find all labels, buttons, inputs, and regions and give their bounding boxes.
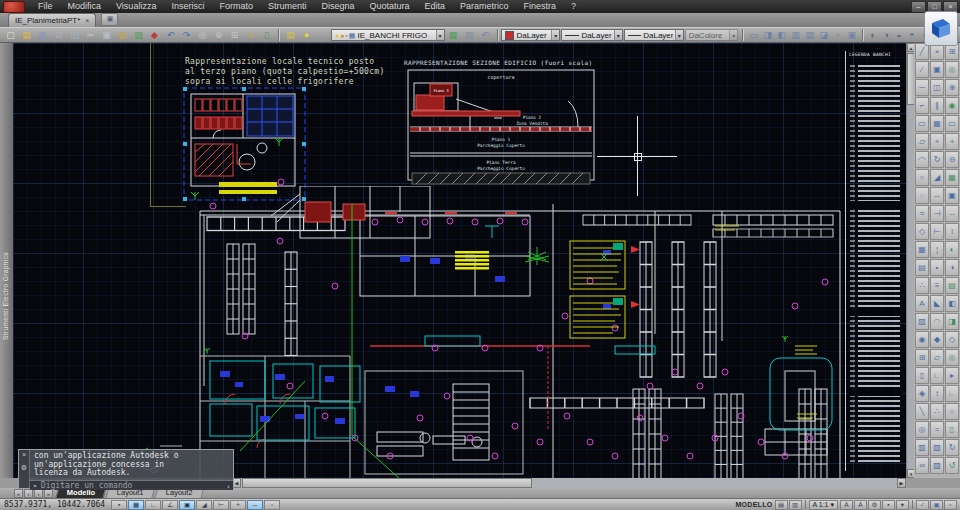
open-icon[interactable]: ▤	[19, 28, 34, 42]
lineweight-dropdown[interactable]: DaLayer ▾	[624, 29, 684, 41]
rotate-icon[interactable]: ↻	[930, 151, 944, 168]
draw-polyline-icon[interactable]: ⌐	[915, 97, 929, 114]
ucs-icon[interactable]: ∟	[945, 385, 959, 402]
zoom-out-icon[interactable]: ⊖	[945, 151, 959, 168]
chevron-down-icon[interactable]: ▾	[551, 30, 559, 40]
insert-block-icon[interactable]: ⊞	[915, 349, 929, 366]
view-left-button[interactable]: ◒	[893, 28, 905, 42]
draw-arc-icon[interactable]: ◠	[915, 151, 929, 168]
cut-icon[interactable]: ✂	[83, 28, 98, 42]
offset-icon[interactable]: ∥	[930, 97, 944, 114]
color-dropdown[interactable]: DaLayer ▾	[501, 29, 560, 41]
horizontal-scrollbar[interactable]: ◀ ▶	[232, 478, 906, 488]
measure-icon[interactable]: =	[930, 421, 944, 438]
linetype-dropdown[interactable]: DaLayer ▾	[561, 29, 622, 41]
draw-circle-icon[interactable]: ○	[915, 169, 929, 186]
copy-object-icon[interactable]: ▣	[930, 61, 944, 78]
edit-hatch-icon[interactable]: ◨	[761, 28, 774, 42]
annotation-autoscale-button[interactable]: A	[854, 500, 867, 510]
command-window[interactable]: × ⚙ con un'applicazione Autodesk o un'ap…	[18, 449, 234, 489]
break-at-point-icon[interactable]: •	[930, 259, 944, 276]
draw-ray-icon[interactable]: ─	[915, 79, 929, 96]
zoom-extents-icon[interactable]: ▣	[945, 187, 959, 204]
draw-polygon-icon[interactable]: ▱	[915, 133, 929, 150]
chevron-down-icon[interactable]: ▾	[436, 30, 444, 40]
plot-preview-icon[interactable]: ◫	[67, 28, 82, 42]
draw-region-icon[interactable]: ◈	[915, 385, 929, 402]
next-tab-button[interactable]: ›	[34, 489, 43, 498]
layout-space-button[interactable]: ▥	[789, 500, 802, 510]
app-logo[interactable]	[924, 11, 958, 46]
zoom-realtime-icon[interactable]: ⊕	[211, 28, 226, 42]
menu-item[interactable]: Quotatura	[362, 0, 416, 13]
pan-horizontal-icon[interactable]: ↔	[945, 205, 959, 222]
dyn-toggle[interactable]: +	[230, 500, 246, 510]
draw-gradient-icon[interactable]: ▤	[915, 259, 929, 276]
divide-icon[interactable]: ∴	[930, 403, 944, 420]
draw-spline-icon[interactable]: ≈	[915, 205, 929, 222]
layer-properties-manager-icon[interactable]: ▤	[283, 28, 298, 42]
wrench-icon[interactable]: ⚙	[21, 464, 27, 472]
extend-icon[interactable]: ⊢	[930, 223, 944, 240]
view-top-button[interactable]: ◐	[867, 28, 879, 42]
array-icon[interactable]: ▦	[930, 115, 944, 132]
last-tab-button[interactable]: »	[44, 489, 53, 498]
pline-edit-icon[interactable]: ▭	[747, 28, 760, 42]
status-tray-menu-button[interactable]: ▾	[896, 500, 909, 510]
front-view-icon[interactable]: ◧	[945, 295, 959, 312]
scroll-right-button[interactable]: ▶	[897, 478, 906, 488]
annotation-visibility-button[interactable]: A	[840, 500, 853, 510]
draw-boundary-icon[interactable]: ◎	[915, 421, 929, 438]
menu-item[interactable]: Inserisci	[164, 0, 211, 13]
zoom-in-icon[interactable]: +	[945, 133, 959, 150]
prev-tab-button[interactable]: ‹	[24, 489, 33, 498]
close-icon[interactable]: ×	[85, 17, 89, 24]
pan-icon[interactable]: ◎	[195, 28, 210, 42]
edit-block-icon[interactable]: ▤	[803, 28, 816, 42]
snap-toggle[interactable]: ▪	[111, 500, 127, 510]
tray-check-icon[interactable]: ✓	[916, 500, 929, 510]
qp-toggle[interactable]: ▫	[264, 500, 280, 510]
view-right-button[interactable]: ◓	[906, 28, 918, 42]
menu-item[interactable]: Edita	[418, 0, 453, 13]
pan-vertical-icon[interactable]: ↕	[945, 223, 959, 240]
make-block-icon[interactable]: ▯	[915, 367, 929, 384]
draw-donut-icon[interactable]: ◉	[915, 331, 929, 348]
chevron-down-icon[interactable]: ▾	[614, 30, 622, 40]
grid-toggle[interactable]: ▦	[128, 500, 144, 510]
edit-attrib-icon[interactable]: ▥	[789, 28, 802, 42]
group-icon[interactable]: ▧	[930, 439, 944, 456]
menu-item[interactable]: File	[31, 0, 60, 13]
menu-item[interactable]: Visualizza	[109, 0, 163, 13]
undo-icon[interactable]: ↶	[163, 28, 178, 42]
expand-icon[interactable]: ▴	[226, 482, 230, 489]
polar-toggle[interactable]: ∠	[162, 500, 178, 510]
view-bottom-button[interactable]: ◑	[880, 28, 892, 42]
menu-item[interactable]: Modifica	[61, 0, 109, 13]
chevron-down-icon[interactable]: ▾	[675, 30, 683, 40]
trim-icon[interactable]: ⊣	[930, 205, 944, 222]
copy-icon[interactable]: ▣	[99, 28, 114, 42]
named-views-icon[interactable]: ▤	[945, 277, 959, 294]
menu-item[interactable]: ?	[564, 0, 583, 13]
qnew-icon[interactable]: ▢	[3, 28, 18, 42]
edit-layout-icon[interactable]: ▣	[845, 28, 858, 42]
save-icon[interactable]: ▥	[35, 28, 50, 42]
edit-text-icon[interactable]: ◧	[775, 28, 788, 42]
zoom-center-icon[interactable]: ◉	[945, 97, 959, 114]
drawing-canvas[interactable]: Rappresentazione locale tecnico posto al…	[13, 43, 906, 478]
ortho-toggle[interactable]: ∟	[145, 500, 161, 510]
new-drawing-button[interactable]: ▣	[101, 13, 118, 26]
zoom-all-icon[interactable]: ▦	[945, 169, 959, 186]
workspace-switching-button[interactable]: ⚙	[868, 500, 881, 510]
osnap-toggle[interactable]: ▣	[179, 500, 195, 510]
properties-icon[interactable]: ≡	[243, 28, 258, 42]
draw-revcloud-icon[interactable]: ◌	[915, 187, 929, 204]
visual-styles-icon[interactable]: ◇	[945, 331, 959, 348]
edit-image-icon[interactable]: ▫	[831, 28, 844, 42]
ducs-toggle[interactable]: ⊢	[213, 500, 229, 510]
draw-hatch-icon[interactable]: ▦	[915, 241, 929, 258]
block-editor-icon[interactable]: ◆	[147, 28, 162, 42]
make-object-layer-current-icon[interactable]: ▦	[446, 28, 461, 42]
clean-screen-button[interactable]: ▫	[944, 500, 957, 510]
